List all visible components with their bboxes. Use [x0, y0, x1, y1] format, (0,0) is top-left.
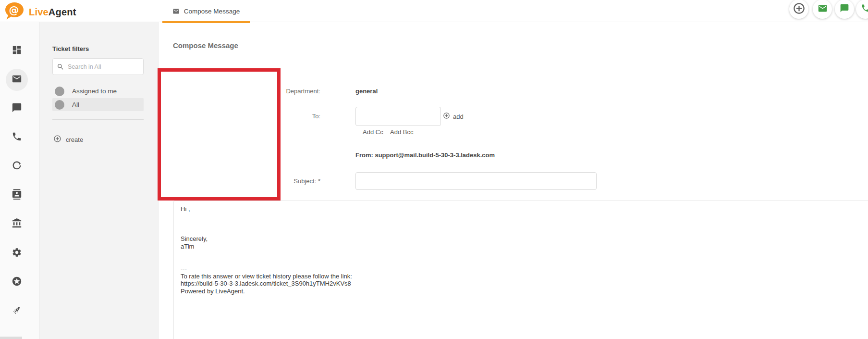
ticket-filters-panel: Ticket filters Assigned to me All create — [40, 22, 159, 339]
sidebar-item-dashboard[interactable] — [12, 46, 22, 56]
filter-assigned-to-me[interactable]: Assigned to me — [52, 85, 144, 98]
liveagent-logo[interactable]: @ LiveAgent — [4, 1, 76, 23]
filter-label: Assigned to me — [72, 88, 117, 95]
loop-icon — [12, 160, 22, 173]
chat-icon — [12, 102, 22, 115]
plus-circle-icon — [443, 112, 450, 121]
top-bar: @ LiveAgent Compose Message — [0, 0, 868, 22]
phone-icon — [861, 3, 868, 15]
add-label: add — [453, 113, 464, 120]
tab-label: Compose Message — [184, 8, 240, 15]
gear-icon — [12, 247, 22, 260]
page-title: Compose Message — [173, 41, 238, 50]
bank-icon — [12, 218, 22, 230]
envelope-icon — [12, 74, 22, 86]
department-value: general — [355, 88, 378, 95]
chat-icon — [840, 3, 849, 15]
subject-label: Subject: * — [240, 177, 320, 185]
star-circle-icon — [12, 276, 22, 289]
message-body-editor[interactable]: Hi , Sincerely, aTim --- To rate this an… — [173, 201, 868, 339]
search-icon — [57, 63, 64, 71]
search-box — [52, 58, 144, 75]
at-speech-bubble-icon: @ — [4, 1, 25, 23]
svg-text:@: @ — [9, 4, 19, 16]
add-new-button[interactable] — [789, 0, 808, 19]
new-email-button[interactable] — [813, 0, 832, 19]
contact-card-icon — [12, 189, 22, 201]
phone-icon — [12, 131, 22, 144]
rocket-icon — [12, 305, 22, 317]
sidebar-item-calls[interactable] — [12, 132, 22, 143]
to-label: To: — [240, 113, 320, 120]
sidebar-item-chats[interactable] — [12, 103, 22, 114]
envelope-icon — [818, 3, 828, 15]
plus-circle-icon — [793, 2, 806, 17]
sidebar-item-automation[interactable] — [12, 161, 22, 172]
department-label: Department: — [240, 88, 320, 95]
add-bcc-button[interactable]: Add Bcc — [390, 128, 413, 136]
add-recipient-button[interactable]: add — [443, 112, 464, 121]
search-input[interactable] — [68, 63, 135, 70]
to-input[interactable] — [355, 107, 441, 126]
tab-compose-message[interactable]: Compose Message — [162, 0, 250, 22]
active-tab-underline — [162, 21, 250, 23]
ticket-filters-title: Ticket filters — [52, 45, 89, 52]
sidebar-item-getting-started[interactable] — [12, 306, 22, 316]
envelope-icon — [172, 8, 180, 15]
subject-input[interactable] — [355, 172, 597, 190]
plus-circle-icon — [53, 135, 61, 144]
filters-divider — [52, 119, 144, 120]
liveagent-app: @ LiveAgent Compose Message — [0, 0, 868, 339]
filter-all[interactable]: All — [52, 98, 144, 111]
scrollbar-corner — [0, 337, 22, 339]
sidebar-item-billing[interactable] — [12, 219, 22, 229]
sidebar-item-contacts[interactable] — [12, 190, 22, 201]
create-label: create — [66, 136, 83, 143]
logo-text: LiveAgent — [29, 7, 76, 18]
new-chat-button[interactable] — [835, 0, 854, 19]
sidebar-item-settings[interactable] — [12, 248, 22, 259]
filter-radio-icon — [55, 100, 64, 110]
new-call-button[interactable] — [856, 0, 868, 19]
sidebar-item-tickets[interactable] — [12, 75, 22, 85]
icon-rail — [0, 22, 40, 339]
add-cc-button[interactable]: Add Cc — [363, 128, 383, 136]
filter-radio-icon — [55, 87, 64, 96]
create-filter-button[interactable]: create — [53, 134, 83, 145]
filter-label: All — [72, 101, 79, 108]
sidebar-item-featured[interactable] — [12, 277, 22, 288]
from-line: From: support@mail.build-5-30-3-3.ladesk… — [355, 151, 495, 159]
dashboard-icon — [12, 45, 22, 57]
